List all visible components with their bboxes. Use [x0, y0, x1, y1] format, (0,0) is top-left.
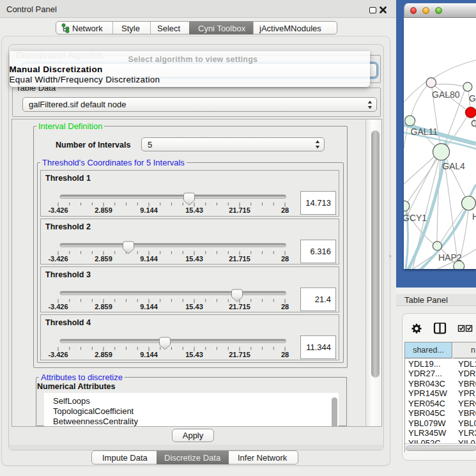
svg-text:9.144: 9.144 [140, 206, 158, 214]
svg-text:2.859: 2.859 [95, 206, 112, 214]
svg-text:G.: G. [469, 93, 476, 104]
svg-text:21.715: 21.715 [229, 303, 250, 311]
svg-text:9.144: 9.144 [140, 351, 158, 358]
svg-text:-3.426: -3.426 [48, 206, 68, 214]
svg-text:2.859: 2.859 [95, 303, 112, 311]
svg-text:HAP2: HAP2 [438, 252, 462, 263]
svg-text:9.144: 9.144 [140, 303, 158, 311]
svg-text:28: 28 [281, 351, 289, 358]
svg-text:15.43: 15.43 [185, 351, 203, 358]
svg-text:GCY1: GCY1 [404, 213, 427, 223]
svg-text:28: 28 [281, 255, 289, 263]
svg-text:21.715: 21.715 [229, 351, 250, 358]
svg-text:-3.426: -3.426 [48, 303, 68, 311]
svg-text:28: 28 [281, 206, 289, 214]
svg-text:15.43: 15.43 [185, 206, 203, 214]
svg-text:9.144: 9.144 [140, 255, 158, 263]
svg-text:GAL80: GAL80 [432, 89, 460, 100]
svg-text:-3.426: -3.426 [48, 351, 68, 358]
svg-text:H: H [472, 211, 476, 222]
svg-text:28: 28 [281, 303, 289, 311]
svg-text:15.43: 15.43 [185, 303, 203, 311]
svg-text:21.715: 21.715 [229, 255, 250, 263]
svg-text:21.715: 21.715 [229, 206, 250, 214]
svg-text:15.43: 15.43 [185, 255, 203, 263]
svg-text:GAL4: GAL4 [442, 161, 465, 171]
svg-text:C: C [471, 118, 476, 128]
svg-text:2.859: 2.859 [95, 255, 112, 263]
svg-text:2.859: 2.859 [95, 351, 112, 358]
svg-text:GAL11: GAL11 [411, 127, 438, 137]
svg-text:-3.426: -3.426 [48, 255, 68, 263]
